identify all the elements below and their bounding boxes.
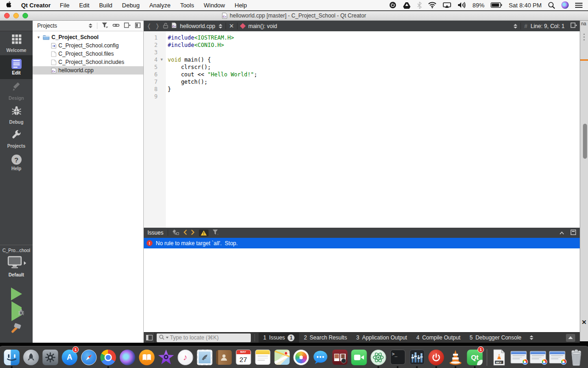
locator-input[interactable] xyxy=(170,334,243,341)
active-app-name[interactable]: Qt Creator xyxy=(21,2,51,9)
mode-design[interactable]: Design xyxy=(0,79,33,103)
target-monitor-icon[interactable] xyxy=(7,256,23,270)
close-document-icon[interactable]: ✕ xyxy=(229,23,234,29)
drive-icon[interactable] xyxy=(403,2,411,9)
build-button[interactable] xyxy=(10,322,23,336)
debug-run-button[interactable] xyxy=(11,307,22,316)
menu-clock[interactable]: Sat 8:40 PM xyxy=(509,2,542,9)
dock-safari-icon[interactable] xyxy=(80,347,98,368)
output-tab-search-results[interactable]: 2Search Results xyxy=(299,333,351,343)
maximize-pane-icon[interactable] xyxy=(571,230,576,236)
close-window-button[interactable] xyxy=(4,13,10,18)
tree-item-c-project-school-includes[interactable]: C_Project_School.includes xyxy=(33,58,143,66)
dock-terminal-icon[interactable]: >_ xyxy=(389,347,407,368)
back-icon[interactable]: ❬ xyxy=(147,23,152,29)
filter-issues-icon[interactable] xyxy=(213,230,219,236)
code-line-3[interactable]: 3 xyxy=(144,49,580,56)
menu-window[interactable]: Window xyxy=(204,2,225,9)
tree-item-helloworld-cpp[interactable]: C+helloworld.cpp xyxy=(33,66,143,75)
dock-mail-icon[interactable] xyxy=(196,347,214,368)
link-with-editor-icon[interactable] xyxy=(113,23,119,29)
dock-photos-icon[interactable] xyxy=(292,347,311,368)
code-line-5[interactable]: 5 clrscr(); xyxy=(144,63,580,71)
dock-siri-icon[interactable] xyxy=(119,347,137,368)
code-line-6[interactable]: 6 cout << "Hello World!"; xyxy=(144,71,580,78)
kit-selector[interactable]: C_Pro...chool Default xyxy=(0,245,33,343)
background-window-close-icon[interactable]: ✕ xyxy=(582,319,587,326)
menu-file[interactable]: File xyxy=(60,2,69,9)
notification-center-icon[interactable] xyxy=(575,2,582,8)
run-button[interactable] xyxy=(11,288,22,300)
menu-edit[interactable]: Edit xyxy=(79,2,89,9)
dock-chrome-window-2-icon[interactable] xyxy=(529,347,547,368)
split-editor-icon[interactable] xyxy=(571,23,577,29)
siri-icon[interactable] xyxy=(561,1,569,9)
forward-icon[interactable]: ❭ xyxy=(155,23,160,29)
code-line-1[interactable]: 1#include<IOSTREAM.H> xyxy=(144,34,580,41)
split-panel-icon[interactable] xyxy=(124,23,130,29)
airplay-display-icon[interactable] xyxy=(443,2,451,8)
maximize-output-pane-button[interactable] xyxy=(566,334,575,342)
mode-help[interactable]: ?Help xyxy=(0,151,33,175)
output-tab-issues[interactable]: 1Issues1 xyxy=(259,333,299,343)
fold-marker-icon[interactable]: ▼ xyxy=(158,56,166,63)
dock-notes-icon[interactable] xyxy=(254,347,272,368)
next-issue-icon[interactable] xyxy=(191,230,195,236)
clean-issues-icon[interactable] xyxy=(172,229,179,236)
menu-build[interactable]: Build xyxy=(99,2,113,9)
volume-icon[interactable] xyxy=(458,2,466,8)
expand-arrow-icon[interactable]: ▼ xyxy=(36,35,41,40)
dock-launchpad-icon[interactable] xyxy=(22,347,40,368)
dock-trash-icon[interactable] xyxy=(567,347,586,368)
tree-item-c-project-school-config[interactable]: C_Project_School.config xyxy=(33,41,143,50)
menu-debug[interactable]: Debug xyxy=(122,2,140,9)
toggle-left-sidebar-button[interactable] xyxy=(144,333,155,343)
power-circle-icon[interactable] xyxy=(389,1,396,9)
kit-expand-arrow-icon[interactable] xyxy=(24,261,26,265)
tree-item-c-project-school[interactable]: ▼C_Project_School xyxy=(33,33,143,41)
code-line-4[interactable]: 4▼void main() { xyxy=(144,56,580,63)
menu-analyze[interactable]: Analyze xyxy=(149,2,170,9)
dock-mkv-file-icon[interactable]: MKV xyxy=(490,347,509,368)
cursor-position[interactable]: Line: 9, Col: 1 xyxy=(531,23,565,29)
dock-power-app-icon[interactable] xyxy=(427,347,446,368)
previous-issue-icon[interactable] xyxy=(183,230,187,236)
dock-contacts-icon[interactable] xyxy=(215,347,233,368)
close-panel-icon[interactable] xyxy=(135,23,141,29)
dock-vlc-icon[interactable] xyxy=(447,347,465,368)
code-line-8[interactable]: 8} xyxy=(144,86,580,93)
dock-chrome-window-1-icon[interactable] xyxy=(509,347,528,368)
dock-system-preferences-icon[interactable] xyxy=(41,347,60,368)
output-tab-compile-output[interactable]: 4Compile Output xyxy=(412,333,465,343)
apple-menu-icon[interactable] xyxy=(6,1,13,9)
zoom-window-button[interactable] xyxy=(23,13,28,18)
dock-ibooks-icon[interactable] xyxy=(138,347,156,368)
dock-audio-mixer-icon[interactable] xyxy=(408,347,426,368)
code-editor[interactable]: 1#include<IOSTREAM.H>2#include<CONIO.H>3… xyxy=(144,31,580,228)
code-line-7[interactable]: 7 getch(); xyxy=(144,78,580,86)
dock-messages-icon[interactable] xyxy=(311,347,330,368)
dock-calendar-icon[interactable]: MAY27 xyxy=(234,347,253,368)
mode-debug[interactable]: Debug xyxy=(0,103,33,127)
dock-itunes-icon[interactable]: ♪ xyxy=(176,347,195,368)
dock-facetime-icon[interactable] xyxy=(350,347,368,368)
dock-chrome-window-3-icon[interactable] xyxy=(548,347,566,368)
mode-welcome[interactable]: Welcome xyxy=(0,31,33,55)
locator-field[interactable] xyxy=(157,334,251,342)
dock-atom-icon[interactable] xyxy=(369,347,388,368)
dock-photo-booth-icon[interactable] xyxy=(331,347,349,368)
dock-imovie-icon[interactable] xyxy=(157,347,175,368)
tree-item-c-project-school-files[interactable]: C_Project_School.files xyxy=(33,50,143,58)
code-line-2[interactable]: 2#include<CONIO.H> xyxy=(144,41,580,49)
mode-edit[interactable]: Edit xyxy=(0,55,33,79)
output-tab-application-output[interactable]: 3Application Output xyxy=(351,333,412,343)
dock-qt-creator-icon[interactable]: Qt1 xyxy=(466,347,484,368)
document-dropdown-icon[interactable] xyxy=(219,24,222,29)
dock-app-store-icon[interactable]: A1 xyxy=(61,347,79,368)
background-window-scrollbar[interactable] xyxy=(583,124,587,159)
open-document-name[interactable]: helloworld.cpp xyxy=(180,23,215,29)
wifi-icon[interactable] xyxy=(428,2,436,8)
dock-maps-icon[interactable] xyxy=(273,347,291,368)
menu-tools[interactable]: Tools xyxy=(180,2,194,9)
dock-finder-icon[interactable] xyxy=(3,347,21,368)
